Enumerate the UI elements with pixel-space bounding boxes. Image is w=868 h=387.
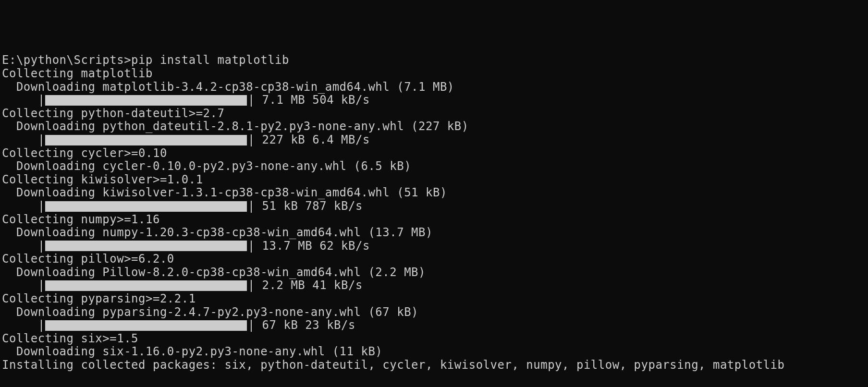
progress-status: | 227 kB 6.4 MB/s xyxy=(248,133,370,147)
collecting-line: Collecting kiwisolver>=1.0.1 xyxy=(2,173,866,187)
downloading-line: Downloading cycler-0.10.0-py2.py3-none-a… xyxy=(2,160,866,173)
installing-line: Installing collected packages: six, pyth… xyxy=(2,359,866,372)
prompt: E:\python\Scripts> xyxy=(2,53,131,67)
progress-line: || 51 kB 787 kB/s xyxy=(2,200,866,213)
downloading-line: Downloading python_dateutil-2.8.1-py2.py… xyxy=(2,120,866,133)
collecting-line: Collecting pillow>=6.2.0 xyxy=(2,253,866,266)
collecting-line: Collecting cycler>=0.10 xyxy=(2,147,866,160)
command-line: E:\python\Scripts>pip install matplotlib xyxy=(2,54,866,67)
progress-prefix: | xyxy=(2,133,45,147)
terminal-output[interactable]: E:\python\Scripts>pip install matplotlib… xyxy=(2,54,866,372)
downloading-line: Downloading numpy-1.20.3-cp38-cp38-win_a… xyxy=(2,226,866,240)
progress-prefix: | xyxy=(2,240,45,253)
collecting-line: Collecting pyparsing>=2.2.1 xyxy=(2,292,866,306)
progress-bar xyxy=(45,241,247,251)
progress-status: | 51 kB 787 kB/s xyxy=(248,200,363,213)
progress-prefix: | xyxy=(2,200,45,213)
progress-prefix: | xyxy=(2,94,45,107)
progress-line: || 67 kB 23 kB/s xyxy=(2,319,866,332)
downloading-line: Downloading matplotlib-3.4.2-cp38-cp38-w… xyxy=(2,81,866,94)
progress-line: || 7.1 MB 504 kB/s xyxy=(2,94,866,107)
command-text: pip install matplotlib xyxy=(131,53,289,67)
progress-line: || 227 kB 6.4 MB/s xyxy=(2,133,866,147)
downloading-line: Downloading Pillow-8.2.0-cp38-cp38-win_a… xyxy=(2,266,866,279)
progress-status: | 13.7 MB 62 kB/s xyxy=(248,240,370,253)
progress-line: || 13.7 MB 62 kB/s xyxy=(2,240,866,253)
collecting-line: Collecting matplotlib xyxy=(2,67,866,81)
progress-prefix: | xyxy=(2,279,45,292)
progress-line: || 2.2 MB 41 kB/s xyxy=(2,279,866,292)
progress-status: | 2.2 MB 41 kB/s xyxy=(248,279,363,292)
downloading-line: Downloading six-1.16.0-py2.py3-none-any.… xyxy=(2,345,866,359)
progress-bar xyxy=(45,135,247,145)
downloading-line: Downloading pyparsing-2.4.7-py2.py3-none… xyxy=(2,306,866,319)
collecting-line: Collecting python-dateutil>=2.7 xyxy=(2,107,866,121)
progress-bar xyxy=(45,320,247,331)
collecting-line: Collecting numpy>=1.16 xyxy=(2,213,866,227)
downloading-line: Downloading kiwisolver-1.3.1-cp38-cp38-w… xyxy=(2,186,866,200)
progress-prefix: | xyxy=(2,319,45,332)
progress-bar xyxy=(45,280,247,291)
progress-status: | 7.1 MB 504 kB/s xyxy=(248,94,370,107)
collecting-line: Collecting six>=1.5 xyxy=(2,332,866,346)
progress-status: | 67 kB 23 kB/s xyxy=(248,319,355,332)
progress-bar xyxy=(45,201,247,212)
progress-bar xyxy=(45,95,247,106)
